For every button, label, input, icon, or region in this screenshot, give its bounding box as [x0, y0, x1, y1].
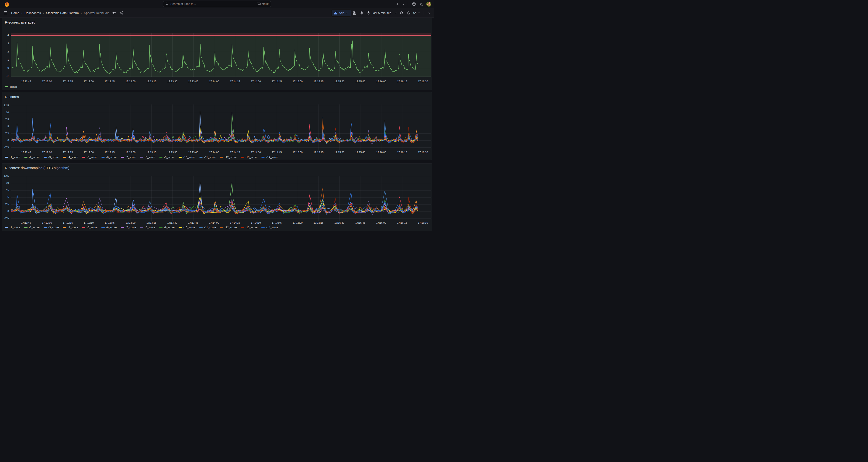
- x-axis-tick-label: 17:12:00: [42, 80, 52, 83]
- refresh-button[interactable]: [406, 10, 412, 16]
- x-axis-tick-label: 17:14:00: [209, 151, 219, 154]
- legend-item-r14_score[interactable]: r14_score: [261, 156, 278, 159]
- legend-item-r3_score[interactable]: r3_score: [43, 156, 59, 159]
- legend-item-r10_score[interactable]: r10_score: [179, 226, 195, 229]
- zoom-out-time-button[interactable]: [399, 10, 405, 16]
- legend-label: signal: [10, 85, 17, 88]
- legend-label: r11_score: [204, 226, 216, 229]
- grafana-logo-icon[interactable]: [4, 1, 10, 7]
- legend-item-r9_score[interactable]: r9_score: [159, 156, 175, 159]
- user-avatar[interactable]: [426, 1, 432, 7]
- legend-swatch: [220, 157, 223, 158]
- time-range-chevron-down-icon[interactable]: [394, 10, 398, 16]
- breadcrumb-separator: ›: [43, 11, 44, 15]
- x-axis-tick-label: 17:12:30: [84, 80, 94, 83]
- mega-menu-toggle[interactable]: [3, 10, 8, 15]
- save-dashboard-button[interactable]: [351, 10, 358, 16]
- x-axis-tick-label: 17:16:30: [418, 221, 428, 224]
- navbar-right-actions: [394, 0, 432, 8]
- grafana-dashboard: Search or jump to... ctrl+k: [0, 0, 434, 231]
- legend-label: r2_score: [29, 156, 40, 159]
- dashboard-settings-button[interactable]: [358, 10, 364, 16]
- legend-item-r5_score[interactable]: r5_score: [82, 156, 97, 159]
- legend-item-signal[interactable]: signal: [5, 85, 17, 88]
- legend-item-r1_score[interactable]: r1_score: [5, 156, 20, 159]
- x-axis-tick-label: 17:12:30: [84, 151, 94, 154]
- time-range-picker[interactable]: Last 5 minutes: [365, 10, 393, 16]
- y-axis-tick-label: 7.5: [2, 189, 9, 191]
- legend-item-r4_score[interactable]: r4_score: [63, 156, 78, 159]
- x-axis-tick-label: 17:16:15: [397, 151, 407, 154]
- toolbar-divider: [423, 11, 424, 15]
- refresh-interval-dropdown[interactable]: 5s: [413, 10, 421, 16]
- y-axis-tick-label: 4: [2, 34, 9, 37]
- breadcrumb-folder[interactable]: Stackable Data Platform: [46, 11, 79, 15]
- search-placeholder: Search or jump to...: [170, 2, 255, 6]
- legend-item-r7_score[interactable]: r7_score: [121, 226, 136, 229]
- legend-item-r2_score[interactable]: r2_score: [24, 226, 40, 229]
- clock-icon: [367, 11, 370, 15]
- legend-item-r13_score[interactable]: r13_score: [241, 226, 257, 229]
- legend-item-r9_score[interactable]: r9_score: [159, 226, 175, 229]
- legend-item-r3_score[interactable]: r3_score: [43, 226, 59, 229]
- add-panel-button[interactable]: Add: [332, 10, 350, 16]
- legend-item-r12_score[interactable]: r12_score: [220, 226, 237, 229]
- legend-item-r11_score[interactable]: r11_score: [199, 226, 216, 229]
- x-axis-tick-label: 17:13:45: [188, 80, 198, 83]
- legend-item-r8_score[interactable]: r8_score: [140, 226, 155, 229]
- panel-title[interactable]: R-scores: averaged: [5, 20, 35, 24]
- legend-item-r12_score[interactable]: r12_score: [220, 156, 237, 159]
- legend-swatch: [199, 227, 203, 228]
- legend-item-r10_score[interactable]: r10_score: [179, 156, 195, 159]
- breadcrumb-dashboards[interactable]: Dashboards: [25, 11, 41, 15]
- legend-item-r8_score[interactable]: r8_score: [140, 156, 155, 159]
- favorite-star-button[interactable]: [111, 10, 117, 16]
- x-axis-tick-label: 17:14:30: [251, 80, 261, 83]
- x-axis-tick-label: 17:13:15: [147, 80, 156, 83]
- new-plus-button[interactable]: [394, 1, 400, 7]
- legend-swatch: [24, 227, 28, 228]
- legend-item-r6_score[interactable]: r6_score: [101, 156, 117, 159]
- legend-label: r9_score: [164, 156, 175, 159]
- legend-item-r1_score[interactable]: r1_score: [5, 226, 20, 229]
- share-button[interactable]: [118, 10, 124, 16]
- legend-item-r14_score[interactable]: r14_score: [261, 226, 278, 229]
- y-axis-tick-label: 3: [2, 42, 9, 45]
- legend-item-r5_score[interactable]: r5_score: [82, 226, 97, 229]
- new-menu-chevron-down-icon[interactable]: [402, 1, 405, 7]
- y-axis-tick-label: 2.5: [2, 203, 9, 206]
- legend-label: r5_score: [87, 156, 97, 159]
- legend-item-r7_score[interactable]: r7_score: [121, 156, 136, 159]
- legend-swatch: [241, 157, 244, 158]
- timeseries-chart[interactable]: [11, 33, 431, 77]
- y-axis-tick-label: -2.5: [2, 217, 9, 219]
- x-axis-tick-label: 17:15:00: [292, 80, 303, 83]
- panel-title[interactable]: R-scores: [5, 95, 19, 99]
- legend-swatch: [140, 227, 143, 228]
- legend-item-r4_score[interactable]: r4_score: [63, 226, 78, 229]
- x-axis-tick-label: 17:14:30: [251, 221, 261, 224]
- legend-item-r13_score[interactable]: r13_score: [241, 156, 257, 159]
- legend-swatch: [5, 86, 8, 87]
- legend-label: r6_score: [106, 226, 117, 229]
- legend-label: r10_score: [184, 156, 195, 159]
- x-axis-tick-label: 17:16:15: [397, 80, 407, 83]
- legend-swatch: [159, 227, 162, 228]
- legend-item-r2_score[interactable]: r2_score: [24, 156, 40, 159]
- panel-rscores-downsampled: R-scores: downsampled (LTTB algorithm) 1…: [2, 163, 432, 231]
- timeseries-chart[interactable]: [11, 104, 431, 150]
- x-axis-tick-label: 17:15:00: [292, 221, 303, 224]
- collapse-toolbar-button[interactable]: [426, 10, 432, 16]
- x-axis-tick-label: 17:13:30: [167, 221, 178, 224]
- news-rss-button[interactable]: [418, 1, 424, 7]
- x-axis-tick-label: 17:15:15: [314, 80, 323, 83]
- breadcrumb-home[interactable]: Home: [11, 11, 19, 15]
- legend-item-r11_score[interactable]: r11_score: [199, 156, 216, 159]
- top-navbar: Search or jump to... ctrl+k: [0, 0, 434, 8]
- legend-item-r6_score[interactable]: r6_score: [101, 226, 117, 229]
- legend-label: r5_score: [87, 226, 97, 229]
- panel-title[interactable]: R-scores: downsampled (LTTB algorithm): [5, 166, 69, 170]
- search-input[interactable]: Search or jump to... ctrl+k: [163, 1, 271, 7]
- help-button[interactable]: [411, 1, 417, 7]
- timeseries-chart[interactable]: [11, 176, 431, 221]
